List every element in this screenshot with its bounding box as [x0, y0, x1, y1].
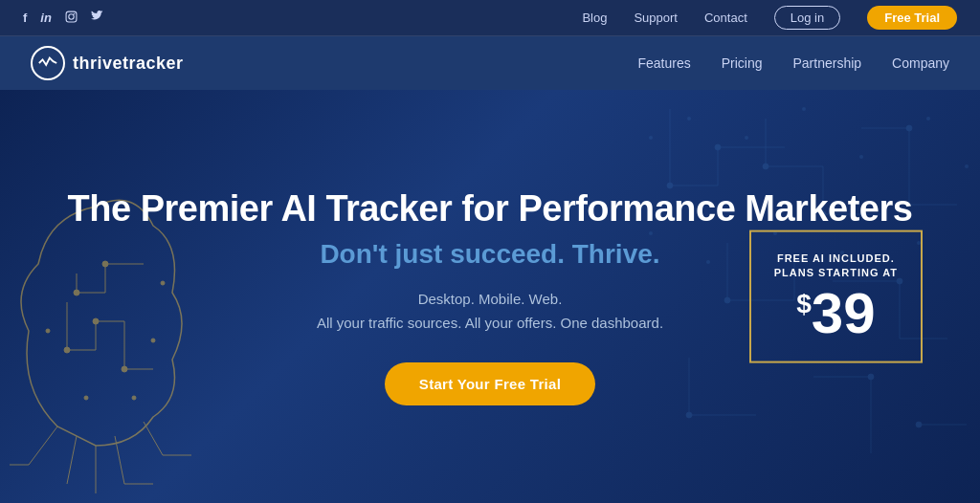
pricing-box: FREE AI INCLUDED.PLANS STARTING AT $39: [749, 230, 923, 363]
cta-button[interactable]: Start Your Free Trial: [385, 362, 595, 405]
support-link[interactable]: Support: [634, 11, 678, 25]
svg-point-8: [715, 144, 721, 150]
pricing-amount: 39: [812, 280, 876, 344]
main-nav: thrivetracker Features Pricing Partnersh…: [0, 36, 980, 90]
pricing-currency: $: [796, 288, 812, 317]
company-nav-link[interactable]: Company: [892, 55, 949, 71]
svg-point-1: [69, 13, 74, 18]
svg-rect-0: [66, 11, 77, 22]
contact-link[interactable]: Contact: [704, 11, 747, 25]
svg-point-39: [859, 155, 863, 159]
svg-point-36: [687, 117, 691, 120]
pricing-label: FREE AI INCLUDED.PLANS STARTING AT: [774, 252, 898, 281]
logo[interactable]: thrivetracker: [31, 46, 184, 80]
hero-title: The Premier AI Tracker for Performance M…: [68, 187, 913, 231]
svg-line-47: [29, 426, 57, 465]
hero-desc-line1: Desktop. Mobile. Web.: [418, 291, 563, 307]
pricing-nav-link[interactable]: Pricing: [722, 55, 763, 71]
instagram-icon[interactable]: [65, 11, 78, 26]
svg-point-29: [686, 412, 692, 418]
features-nav-link[interactable]: Features: [637, 55, 690, 71]
svg-point-38: [802, 107, 806, 111]
svg-point-40: [926, 117, 930, 120]
linkedin-icon[interactable]: in: [40, 11, 52, 25]
login-button[interactable]: Log in: [774, 6, 840, 30]
svg-point-34: [916, 422, 922, 427]
main-nav-links: Features Pricing Partnership Company: [637, 55, 949, 71]
twitter-icon[interactable]: [91, 11, 103, 26]
pricing-price: $39: [774, 284, 898, 341]
logo-text: thrivetracker: [73, 54, 184, 74]
svg-point-18: [906, 125, 912, 131]
svg-line-49: [67, 436, 77, 484]
svg-point-37: [745, 136, 748, 140]
logo-icon: [31, 46, 65, 80]
blog-link[interactable]: Blog: [582, 11, 607, 25]
partnership-nav-link[interactable]: Partnership: [792, 55, 861, 71]
svg-line-53: [144, 422, 163, 455]
hero-desc-line2: All your traffic sources. All your offer…: [317, 315, 663, 331]
svg-point-2: [74, 12, 76, 14]
social-icons: f in: [23, 11, 103, 26]
top-bar: f in Blog Support Contact Log in Free Tr…: [0, 0, 980, 36]
facebook-icon[interactable]: f: [23, 11, 27, 25]
svg-point-13: [763, 164, 768, 169]
top-nav: Blog Support Contact Log in Free Trial: [582, 6, 957, 30]
hero-section: The Premier AI Tracker for Performance M…: [0, 90, 980, 503]
free-trial-top-button[interactable]: Free Trial: [867, 6, 957, 30]
svg-point-41: [965, 164, 969, 168]
svg-line-51: [115, 436, 124, 484]
svg-point-35: [649, 136, 653, 140]
